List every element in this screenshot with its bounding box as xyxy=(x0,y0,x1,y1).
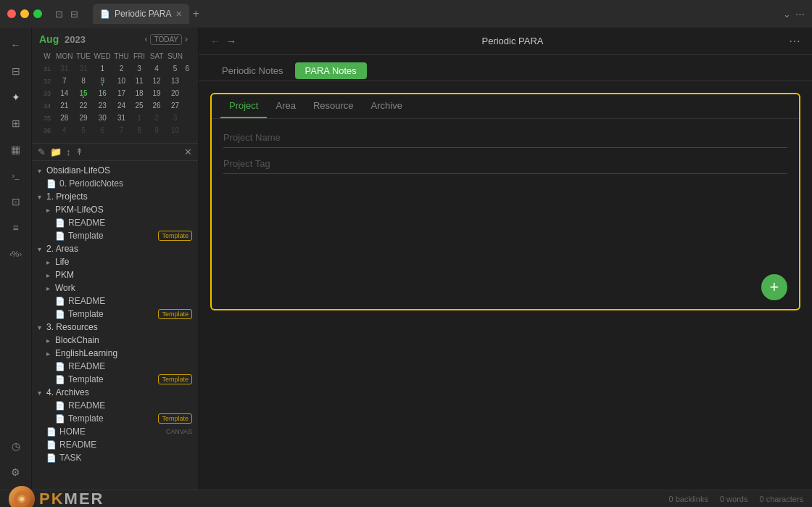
tree-file-item[interactable]: 📄 Template Template xyxy=(32,308,198,321)
nav-forward-icon[interactable]: → xyxy=(226,36,236,47)
calendar-day[interactable]: 27 xyxy=(166,100,183,111)
tree-folder-item[interactable]: ▾ 1. Projects xyxy=(32,190,198,203)
calendar-day[interactable]: 5 xyxy=(166,63,183,74)
calendar-day[interactable]: 14 xyxy=(55,88,73,99)
sidebar-icon-terminal[interactable]: ›_ xyxy=(4,164,28,187)
sidebar-icon-percent[interactable]: ‹%› xyxy=(4,242,28,265)
add-project-button[interactable]: + xyxy=(761,274,787,300)
calendar-prev-button[interactable]: ‹ xyxy=(144,34,147,44)
calendar-day[interactable]: 31 xyxy=(75,63,91,74)
calendar-day[interactable]: 25 xyxy=(131,100,146,111)
calendar-day[interactable]: 22 xyxy=(75,100,91,111)
calendar-day[interactable]: 7 xyxy=(55,75,73,86)
minimize-button[interactable] xyxy=(20,9,29,18)
tree-file-item[interactable]: 📄 Template Template xyxy=(32,412,198,425)
week-number[interactable]: 32 xyxy=(41,75,54,86)
week-number[interactable]: 36 xyxy=(41,125,54,136)
tree-folder-item[interactable]: ▾ 4. Archives xyxy=(32,386,198,399)
calendar-next-button[interactable]: › xyxy=(185,34,188,44)
sort-button[interactable]: ↕ xyxy=(66,147,71,157)
calendar-day[interactable]: 10 xyxy=(166,125,183,136)
close-button[interactable] xyxy=(7,9,16,18)
calendar-day[interactable]: 15 xyxy=(75,88,91,99)
calendar-day[interactable]: 4 xyxy=(149,63,165,74)
calendar-day[interactable]: 28 xyxy=(55,112,73,123)
calendar-day[interactable]: 18 xyxy=(131,88,146,99)
sidebar-icon-settings[interactable]: ⚙ xyxy=(4,461,28,484)
calendar-day[interactable]: 17 xyxy=(113,88,130,99)
tree-file-item[interactable]: 📄 Template Template xyxy=(32,229,198,242)
project-tag-input[interactable] xyxy=(223,154,787,174)
active-tab[interactable]: 📄 Periodic PARA ✕ xyxy=(93,4,189,24)
new-folder-button[interactable]: 📁 xyxy=(50,147,62,157)
tree-folder-item[interactable]: ▾ 2. Areas xyxy=(32,242,198,255)
calendar-day[interactable]: 12 xyxy=(149,75,165,86)
tab-close-button[interactable]: ✕ xyxy=(175,9,182,19)
new-tab-button[interactable]: + xyxy=(192,7,199,20)
tree-file-item[interactable]: 📄 README xyxy=(32,399,198,412)
calendar-day[interactable]: 6 xyxy=(94,125,112,136)
tree-folder-item[interactable]: ▸ PKM xyxy=(32,268,198,281)
tab-periodic-notes[interactable]: Periodic Notes xyxy=(210,61,295,81)
tree-folder-item[interactable]: ▸ EnglishLearning xyxy=(32,347,198,360)
sidebar-icon-back[interactable]: ← xyxy=(4,33,28,57)
more-file-options-button[interactable]: ✕ xyxy=(184,147,192,157)
tree-file-item[interactable]: 📄 TASK xyxy=(32,451,198,464)
tree-root[interactable]: ▾Obsidian-LifeOS xyxy=(32,164,198,177)
calendar-day[interactable]: 1 xyxy=(94,63,112,74)
calendar-day[interactable]: 23 xyxy=(94,100,112,111)
nav-back-icon[interactable]: ← xyxy=(210,36,220,47)
week-number[interactable]: 33 xyxy=(41,88,54,99)
new-note-button[interactable]: ✎ xyxy=(38,147,46,157)
sidebar-icon-image[interactable]: ⊡ xyxy=(4,190,28,213)
calendar-day[interactable]: 5 xyxy=(75,125,91,136)
tree-file-item[interactable]: 📄 0. PeriodicNotes xyxy=(32,177,198,190)
calendar-day[interactable]: 31 xyxy=(55,63,73,74)
tree-file-item[interactable]: 📄 README xyxy=(32,438,198,451)
para-tab-area[interactable]: Area xyxy=(267,94,304,118)
calendar-day[interactable]: 9 xyxy=(149,125,165,136)
calendar-day[interactable]: 1 xyxy=(131,112,146,123)
tree-folder-item[interactable]: ▸ Life xyxy=(32,255,198,268)
para-tab-project[interactable]: Project xyxy=(220,94,267,118)
tree-folder-item[interactable]: ▸ BlockChain xyxy=(32,334,198,347)
maximize-button[interactable] xyxy=(33,9,42,18)
calendar-day[interactable]: 8 xyxy=(131,125,146,136)
collapse-all-button[interactable]: ↟ xyxy=(75,147,83,157)
week-number[interactable]: 34 xyxy=(41,100,54,111)
calendar-day[interactable]: 6 xyxy=(185,63,189,74)
calendar-day[interactable]: 16 xyxy=(94,88,112,99)
sidebar-icon-calendar[interactable]: ▦ xyxy=(4,138,28,161)
calendar-day[interactable]: 31 xyxy=(113,112,130,123)
calendar-day[interactable]: 8 xyxy=(75,75,91,86)
calendar-day[interactable]: 3 xyxy=(166,112,183,123)
tree-file-item[interactable]: 📄 README xyxy=(32,360,198,373)
calendar-day[interactable]: 4 xyxy=(55,125,73,136)
tree-file-item[interactable]: 📄 README xyxy=(32,216,198,229)
tree-folder-item[interactable]: ▸ Work xyxy=(32,281,198,294)
sidebar-icon-grid[interactable]: ⊞ xyxy=(4,112,28,135)
more-options-icon[interactable]: ⋯ xyxy=(795,9,805,20)
para-tab-archive[interactable]: Archive xyxy=(362,94,411,118)
tree-folder-item[interactable]: ▸ PKM-LifeOS xyxy=(32,203,198,216)
calendar-day[interactable]: 11 xyxy=(131,75,146,86)
project-name-input[interactable] xyxy=(223,128,787,148)
para-tab-resource[interactable]: Resource xyxy=(304,94,362,118)
sidebar-icon-bookmark[interactable]: ⊟ xyxy=(4,59,28,83)
calendar-day[interactable]: 21 xyxy=(55,100,73,111)
calendar-day[interactable]: 30 xyxy=(94,112,112,123)
tree-folder-item[interactable]: ▾ 3. Resources xyxy=(32,321,198,334)
calendar-day[interactable]: 10 xyxy=(113,75,130,86)
calendar-day[interactable]: 13 xyxy=(166,75,183,86)
calendar-day[interactable]: 2 xyxy=(113,63,130,74)
calendar-day[interactable]: 19 xyxy=(149,88,165,99)
tree-file-item[interactable]: 📄 HOME CANVAS xyxy=(32,425,198,438)
week-number[interactable]: 35 xyxy=(41,112,54,123)
sidebar-toggle-icon[interactable]: ⊡ xyxy=(55,9,63,20)
calendar-day[interactable]: 9 xyxy=(94,75,112,86)
week-number[interactable]: 31 xyxy=(41,63,54,74)
sidebar-icon-layers[interactable]: ≡ xyxy=(4,216,28,239)
calendar-day[interactable]: 24 xyxy=(113,100,130,111)
tree-file-item[interactable]: 📄 README xyxy=(32,294,198,308)
calendar-day[interactable]: 26 xyxy=(149,100,165,111)
